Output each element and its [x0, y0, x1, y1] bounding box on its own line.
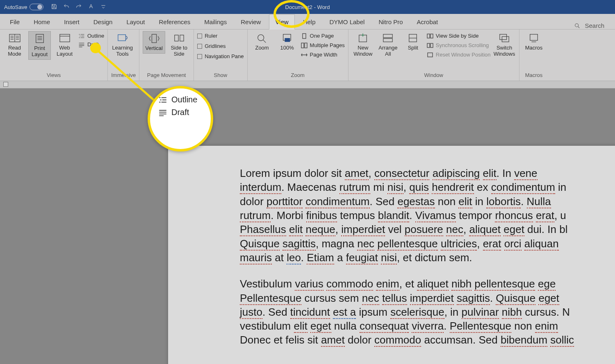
- gridlines-checkbox[interactable]: Gridlines: [197, 43, 244, 49]
- tab-view[interactable]: View: [269, 14, 294, 29]
- outline-button[interactable]: Outline: [78, 33, 104, 39]
- svg-rect-7: [180, 35, 184, 41]
- group-macros: Macros Macros: [519, 29, 549, 81]
- split-label: Split: [408, 45, 418, 51]
- tab-references[interactable]: References: [153, 15, 196, 29]
- view-side-by-side-button[interactable]: View Side by Side: [427, 33, 491, 39]
- page-width-button[interactable]: Page Width: [301, 52, 345, 58]
- tab-acrobat[interactable]: Acrobat: [411, 15, 444, 29]
- zoom-button[interactable]: Zoom: [251, 31, 273, 53]
- toggle-off-icon: [30, 4, 43, 10]
- reset-window-label: Reset Window Position: [436, 52, 491, 58]
- new-window-label: New Window: [353, 45, 374, 57]
- side-to-side-label: Side to Side: [169, 45, 189, 57]
- side-to-side-button[interactable]: Side to Side: [168, 31, 190, 59]
- paragraph-2[interactable]: Vestibulum varius commodo enim, et aliqu…: [240, 277, 580, 347]
- search-icon: [574, 23, 581, 29]
- multiple-pages-button[interactable]: Multiple Pages: [301, 42, 345, 48]
- sync-scroll-button: Synchronous Scrolling: [427, 42, 491, 48]
- autosave-toggle[interactable]: AutoSave: [4, 4, 43, 10]
- document-page[interactable]: Lorem ipsum dolor sit amet, consectetur …: [168, 146, 615, 364]
- svg-rect-11: [303, 34, 306, 38]
- undo-icon[interactable]: [63, 3, 70, 11]
- group-page-movement: Vertical Side to Side Page Movement: [139, 29, 194, 81]
- one-page-label: One Page: [310, 33, 334, 39]
- arrange-all-button[interactable]: Arrange All: [377, 31, 399, 59]
- svg-rect-3: [59, 34, 69, 42]
- switch-windows-label: Switch Windows: [494, 45, 515, 57]
- tab-stop-icon[interactable]: [3, 82, 8, 87]
- nav-pane-label: Navigation Pane: [205, 53, 244, 59]
- touch-mode-icon[interactable]: [88, 3, 94, 11]
- ribbon-view: Read Mode Print Layout Web Layout Outlin…: [0, 29, 615, 81]
- tab-insert[interactable]: Insert: [58, 15, 85, 29]
- web-layout-button[interactable]: Web Layout: [53, 31, 76, 59]
- vertical-button[interactable]: Vertical: [143, 31, 165, 54]
- checkbox-icon: [197, 34, 202, 38]
- tab-file[interactable]: File: [4, 15, 25, 29]
- svg-rect-13: [305, 43, 307, 48]
- svg-rect-15: [383, 34, 392, 38]
- tell-me-search[interactable]: Search: [574, 22, 611, 29]
- multiple-pages-label: Multiple Pages: [310, 42, 345, 48]
- svg-rect-21: [430, 43, 433, 47]
- horizontal-ruler[interactable]: [0, 81, 615, 88]
- svg-rect-12: [301, 43, 304, 48]
- draft-button[interactable]: Draft: [78, 41, 104, 47]
- group-page-movement-label: Page Movement: [143, 71, 190, 80]
- qat-dropdown-icon[interactable]: [100, 3, 107, 11]
- sync-scroll-label: Synchronous Scrolling: [436, 42, 489, 48]
- tab-mailings[interactable]: Mailings: [198, 15, 232, 29]
- view-side-by-side-label: View Side by Side: [436, 33, 479, 39]
- redo-icon[interactable]: [75, 3, 82, 11]
- split-button[interactable]: Split: [402, 31, 424, 53]
- search-placeholder: Search: [585, 22, 604, 29]
- tab-design[interactable]: Design: [88, 15, 118, 29]
- quick-access-toolbar: [51, 3, 107, 11]
- paragraph-1[interactable]: Lorem ipsum dolor sit amet, consectetur …: [240, 166, 580, 265]
- svg-rect-6: [175, 35, 178, 41]
- draft-label: Draft: [87, 41, 99, 47]
- svg-rect-2: [36, 34, 43, 43]
- tab-review[interactable]: Review: [235, 15, 266, 29]
- new-window-button[interactable]: New Window: [352, 31, 374, 59]
- web-layout-label: Web Layout: [54, 45, 75, 57]
- nav-pane-checkbox[interactable]: Navigation Pane: [197, 53, 244, 59]
- read-mode-label: Read Mode: [4, 45, 25, 57]
- document-workspace[interactable]: Lorem ipsum dolor sit amet, consectetur …: [0, 88, 615, 364]
- read-mode-button[interactable]: Read Mode: [3, 31, 26, 59]
- svg-rect-23: [500, 34, 507, 40]
- macros-label: Macros: [525, 45, 543, 51]
- zoom-100-label: 100%: [280, 45, 294, 51]
- switch-windows-button[interactable]: Switch Windows: [493, 31, 516, 59]
- ruler-label: Ruler: [205, 33, 217, 39]
- save-icon[interactable]: [51, 3, 57, 11]
- print-layout-label: Print Layout: [30, 45, 50, 58]
- gridlines-label: Gridlines: [205, 43, 226, 49]
- learning-tools-button[interactable]: Learning Tools: [111, 31, 134, 59]
- svg-rect-18: [427, 34, 430, 38]
- learning-tools-label: Learning Tools: [112, 45, 133, 57]
- macros-button[interactable]: Macros: [523, 31, 545, 53]
- group-macros-label: Macros: [523, 71, 545, 80]
- tab-nitro[interactable]: Nitro Pro: [373, 15, 408, 29]
- checkbox-icon: [197, 54, 202, 59]
- tab-home[interactable]: Home: [28, 15, 56, 29]
- ribbon-tabs: File Home Insert Design Layout Reference…: [0, 14, 615, 29]
- svg-point-0: [575, 23, 579, 27]
- tab-help[interactable]: Help: [297, 15, 321, 29]
- svg-rect-25: [530, 34, 538, 41]
- one-page-button[interactable]: One Page: [301, 33, 345, 39]
- reset-window-button: Reset Window Position: [427, 52, 491, 58]
- svg-rect-16: [383, 38, 392, 42]
- group-views: Read Mode Print Layout Web Layout Outlin…: [0, 29, 108, 81]
- ruler-checkbox[interactable]: Ruler: [197, 33, 244, 39]
- tab-layout[interactable]: Layout: [121, 15, 150, 29]
- svg-rect-20: [427, 43, 430, 47]
- autosave-label: AutoSave: [4, 4, 27, 10]
- tab-dymo[interactable]: DYMO Label: [324, 15, 371, 29]
- group-show-label: Show: [197, 71, 244, 80]
- zoom-100-button[interactable]: 100%: [276, 31, 298, 53]
- print-layout-button[interactable]: Print Layout: [28, 31, 51, 60]
- svg-rect-19: [430, 34, 433, 38]
